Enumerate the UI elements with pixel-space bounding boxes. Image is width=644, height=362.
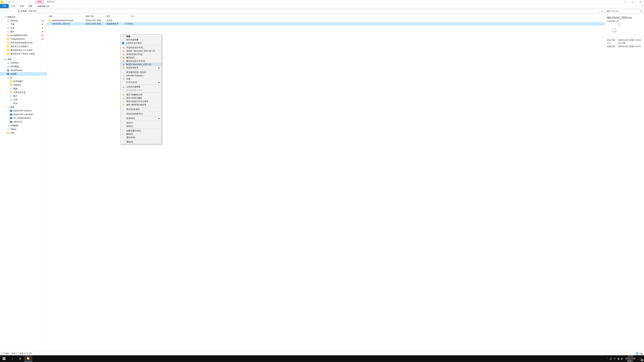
tree-item[interactable]: ›♪音乐: [0, 102, 47, 105]
file-list[interactable]: ⌃名称 修改日期 类型 大小 BaiduNetdiskDownload 2020…: [47, 14, 604, 354]
ctx-extract-here[interactable]: ▦解压到当前文件夹(X): [121, 59, 161, 63]
close-button[interactable]: ✕: [636, 0, 644, 4]
ribbon-home-tab[interactable]: 主页: [9, 4, 18, 8]
search-box[interactable]: 🔍: [605, 9, 644, 13]
taskbar-explorer-button[interactable]: [24, 355, 32, 362]
ribbon-expand-icon[interactable]: ⌄: [633, 4, 639, 8]
ctx-add-archive[interactable]: ▦添加到压缩文件(A)...: [121, 46, 161, 49]
task-view-button[interactable]: ⊞: [16, 355, 24, 362]
ctx-burn[interactable]: 刻录光盘映像: [121, 38, 161, 41]
nav-back-icon[interactable]: ←: [1, 9, 5, 13]
ctx-360-trojan-scan[interactable]: ◉使用 360进行木马云查杀: [121, 100, 161, 103]
tree-onedrive[interactable]: ›☁OneDrive: [0, 61, 47, 65]
ribbon-share-tab[interactable]: 共享: [18, 4, 26, 8]
tree-item[interactable]: 华为手机时间设置24小时: [0, 41, 47, 44]
column-date[interactable]: 修改日期: [84, 15, 105, 18]
tree-quick-access[interactable]: ⌄★快速访问: [0, 15, 47, 19]
tree-item[interactable]: 微信密码忘记了怎么找回: [0, 48, 47, 52]
nav-up-icon[interactable]: ↑: [13, 9, 17, 13]
breadcrumb[interactable]: › 此电脑 › 文档 (E:) › ⌄: [18, 9, 600, 13]
tray-app-icon[interactable]: ◧: [621, 358, 623, 360]
ime-indicator[interactable]: 中: [614, 357, 616, 360]
nav-history-icon[interactable]: ▾: [9, 9, 13, 13]
ctx-qq-send[interactable]: 通过QQ发送到: [121, 108, 161, 111]
tree-item[interactable]: ›保存的图片: [0, 79, 47, 83]
ctx-360-manage-menu[interactable]: ◉使用 360管理右键菜单: [121, 103, 161, 106]
ctx-send-to[interactable]: 发送到(N)▶: [121, 117, 161, 120]
tree-item[interactable]: DESKTOP-LSSOEDP: [0, 113, 47, 116]
ctx-baidu-upload[interactable]: ☁上传到百度网盘: [121, 85, 161, 88]
tray-expand-icon[interactable]: ⌃: [606, 358, 608, 360]
tree-pictures[interactable]: ▧图片📌: [0, 30, 47, 33]
tree-wps[interactable]: ›☁WPS网盘: [0, 65, 47, 68]
ctx-360-unlock[interactable]: ◉使用 360解除占用: [121, 93, 161, 96]
ctx-extract-named[interactable]: ▦解压到 Win10x64_2020\ (E): [121, 63, 161, 66]
ctx-open-360zip[interactable]: ▦用360压缩打开(Q): [121, 53, 161, 56]
ctx-notepadpp[interactable]: ✎Edit with Notepad++: [121, 74, 161, 77]
ctx-360-force-delete[interactable]: ◉使用 360强力删除: [121, 96, 161, 100]
tree-desktop[interactable]: ▬Desktop📌: [0, 19, 47, 22]
tree-control-panel[interactable]: ›⚙控制面板: [0, 124, 47, 127]
search-input[interactable]: [606, 10, 640, 12]
ctx-add-zip[interactable]: ▦添加到 "Win10x64_2020.zip" (T): [121, 49, 161, 53]
tree-item[interactable]: YUNQISHI2019📌: [0, 37, 47, 41]
ctx-extract-to[interactable]: ▦解压到(F)...: [121, 56, 161, 59]
column-name[interactable]: ⌃名称: [47, 15, 84, 18]
column-type[interactable]: 类型: [105, 15, 123, 18]
tree-admin[interactable]: ›👤Administrator: [0, 68, 47, 72]
qat-delete-icon[interactable]: ✕: [8, 0, 11, 3]
taskbar-clock[interactable]: 14:14 2020/12/26 星期六: [624, 356, 636, 362]
tree-network[interactable]: ⌄🖧网络: [0, 105, 47, 109]
tree-item[interactable]: 微信旁边有个耳朵什么意思: [0, 52, 47, 56]
tree-item[interactable]: ›▧图片: [0, 94, 47, 98]
ribbon-view-tab[interactable]: 查看: [26, 4, 35, 8]
breadcrumb-drive[interactable]: 文档 (E:): [28, 10, 37, 12]
ctx-delete[interactable]: 删除(D): [121, 132, 161, 136]
breadcrumb-thispc[interactable]: 此电脑: [20, 10, 27, 12]
file-row-selected[interactable]: Win10x64_2020.iso 2020/12/26, 星期六 1... 光…: [47, 22, 604, 25]
ctx-create-shortcut[interactable]: 创建快捷方式(S): [121, 129, 161, 132]
ctx-restore-previous[interactable]: 还原以前的版本(V): [121, 112, 161, 115]
tray-app-icon[interactable]: ▦: [618, 358, 619, 360]
qat-properties-icon[interactable]: ▭: [4, 0, 8, 3]
ctx-cut[interactable]: 剪切(T): [121, 121, 161, 124]
nav-tree[interactable]: ⌄★快速访问 ▬Desktop📌 ↓下载📌 ▤文档📌 ▧图片📌 excel表格制…: [0, 14, 47, 354]
chevron-right-icon[interactable]: ›: [37, 10, 38, 12]
volume-icon[interactable]: 🔊: [610, 358, 612, 360]
minimize-button[interactable]: ―: [621, 0, 629, 4]
tree-item[interactable]: PC-20190530OBLA: [0, 116, 47, 120]
ribbon-file-tab[interactable]: 文件: [0, 4, 9, 8]
ctx-properties[interactable]: 属性(R): [121, 140, 161, 144]
ctx-fengmi-browse[interactable]: 用 蜂蜜浏览器 浏览(3): [121, 70, 161, 74]
tree-item[interactable]: DESKTOP-HL0PLFL: [0, 109, 47, 113]
file-row[interactable]: BaiduNetdiskDownload 2020/12/25, 星期五 1..…: [47, 19, 604, 22]
ribbon-disc-tools-tab[interactable]: 光盘映像工具: [35, 4, 52, 8]
tree-item[interactable]: excel表格制作求和📌: [0, 33, 47, 37]
taskbar-search-button[interactable]: ⌕: [8, 355, 16, 362]
ctx-other-compress[interactable]: ▦其他压缩命令▶: [121, 66, 161, 69]
ribbon-help-icon[interactable]: ?: [639, 4, 644, 8]
view-details-button[interactable]: ☰: [635, 352, 639, 355]
search-icon[interactable]: 🔍: [640, 10, 642, 12]
tree-documents[interactable]: ▤文档📌: [0, 26, 47, 30]
start-button[interactable]: [0, 355, 8, 362]
tree-downloads[interactable]: ↓下载📌: [0, 22, 47, 26]
tree-desktop-root[interactable]: ⌄▬桌面: [0, 57, 47, 61]
tree-item[interactable]: ›软件: [0, 131, 47, 135]
column-size[interactable]: 大小: [123, 15, 136, 18]
nav-forward-icon[interactable]: →: [5, 9, 9, 13]
ctx-mount[interactable]: 装载: [121, 35, 161, 38]
ctx-open-with[interactable]: 打开方式(H)▶: [121, 81, 161, 84]
tree-recycle-bin[interactable]: 🗑回收站: [0, 127, 47, 131]
breadcrumb-dropdown-icon[interactable]: ⌄: [597, 10, 598, 12]
tree-item[interactable]: ›天翼云盘下载: [0, 90, 47, 94]
tree-item[interactable]: ZMT2019: [0, 120, 47, 124]
qat-dropdown-icon[interactable]: ▾: [16, 0, 18, 3]
tree-item[interactable]: ›▤文档: [0, 98, 47, 102]
ctx-youdao[interactable]: ✎上传到有道云笔记: [121, 41, 161, 45]
ctx-share[interactable]: ↗共享: [121, 77, 161, 81]
tree-library[interactable]: ⌄▥库: [0, 76, 47, 79]
tree-item[interactable]: ›本机照片: [0, 83, 47, 87]
ctx-rename[interactable]: 重命名(M): [121, 136, 161, 139]
tree-item[interactable]: ›▶视频: [0, 87, 47, 90]
